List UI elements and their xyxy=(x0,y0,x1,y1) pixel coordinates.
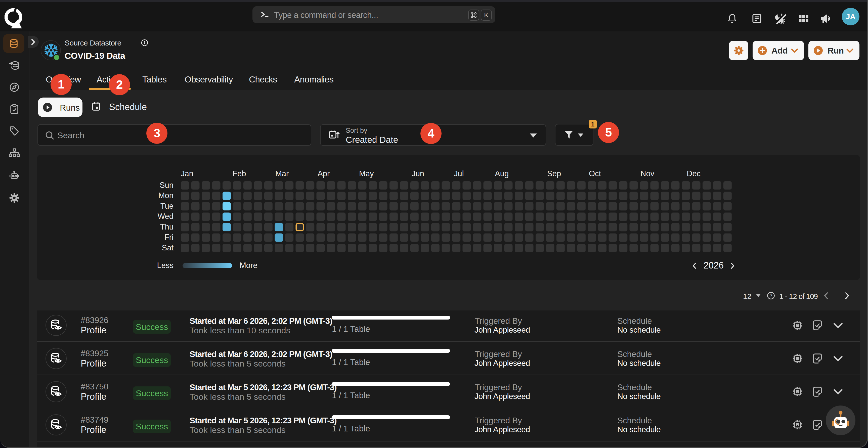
svg-text:?: ? xyxy=(769,293,772,298)
